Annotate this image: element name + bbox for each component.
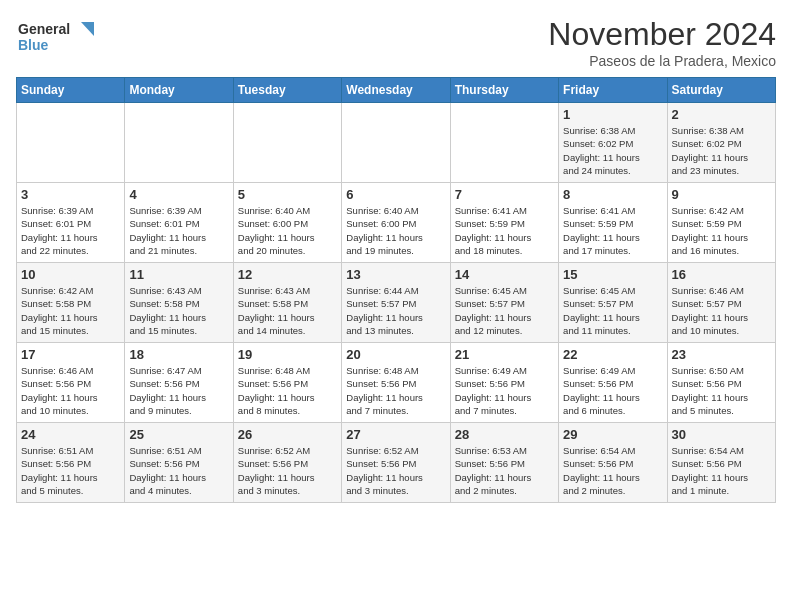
day-info: Sunrise: 6:49 AM Sunset: 5:56 PM Dayligh… [455, 364, 554, 417]
calendar-week-4: 17Sunrise: 6:46 AM Sunset: 5:56 PM Dayli… [17, 343, 776, 423]
calendar-cell: 19Sunrise: 6:48 AM Sunset: 5:56 PM Dayli… [233, 343, 341, 423]
calendar-cell: 10Sunrise: 6:42 AM Sunset: 5:58 PM Dayli… [17, 263, 125, 343]
day-info: Sunrise: 6:41 AM Sunset: 5:59 PM Dayligh… [455, 204, 554, 257]
day-info: Sunrise: 6:43 AM Sunset: 5:58 PM Dayligh… [238, 284, 337, 337]
calendar-cell [125, 103, 233, 183]
day-info: Sunrise: 6:49 AM Sunset: 5:56 PM Dayligh… [563, 364, 662, 417]
day-info: Sunrise: 6:51 AM Sunset: 5:56 PM Dayligh… [21, 444, 120, 497]
day-info: Sunrise: 6:52 AM Sunset: 5:56 PM Dayligh… [346, 444, 445, 497]
day-info: Sunrise: 6:40 AM Sunset: 6:00 PM Dayligh… [238, 204, 337, 257]
day-number: 15 [563, 267, 662, 282]
logo: General Blue [16, 16, 96, 60]
day-info: Sunrise: 6:53 AM Sunset: 5:56 PM Dayligh… [455, 444, 554, 497]
logo-svg: General Blue [16, 16, 96, 60]
calendar-cell [342, 103, 450, 183]
day-info: Sunrise: 6:47 AM Sunset: 5:56 PM Dayligh… [129, 364, 228, 417]
calendar-cell: 14Sunrise: 6:45 AM Sunset: 5:57 PM Dayli… [450, 263, 558, 343]
day-info: Sunrise: 6:42 AM Sunset: 5:58 PM Dayligh… [21, 284, 120, 337]
day-info: Sunrise: 6:42 AM Sunset: 5:59 PM Dayligh… [672, 204, 771, 257]
day-number: 14 [455, 267, 554, 282]
day-number: 16 [672, 267, 771, 282]
calendar-cell: 22Sunrise: 6:49 AM Sunset: 5:56 PM Dayli… [559, 343, 667, 423]
calendar-cell: 21Sunrise: 6:49 AM Sunset: 5:56 PM Dayli… [450, 343, 558, 423]
calendar-week-5: 24Sunrise: 6:51 AM Sunset: 5:56 PM Dayli… [17, 423, 776, 503]
calendar-week-2: 3Sunrise: 6:39 AM Sunset: 6:01 PM Daylig… [17, 183, 776, 263]
header-monday: Monday [125, 78, 233, 103]
calendar-table: SundayMondayTuesdayWednesdayThursdayFrid… [16, 77, 776, 503]
calendar-cell: 2Sunrise: 6:38 AM Sunset: 6:02 PM Daylig… [667, 103, 775, 183]
day-info: Sunrise: 6:45 AM Sunset: 5:57 PM Dayligh… [455, 284, 554, 337]
calendar-cell: 11Sunrise: 6:43 AM Sunset: 5:58 PM Dayli… [125, 263, 233, 343]
calendar-cell: 6Sunrise: 6:40 AM Sunset: 6:00 PM Daylig… [342, 183, 450, 263]
day-info: Sunrise: 6:40 AM Sunset: 6:00 PM Dayligh… [346, 204, 445, 257]
day-info: Sunrise: 6:54 AM Sunset: 5:56 PM Dayligh… [563, 444, 662, 497]
day-info: Sunrise: 6:46 AM Sunset: 5:56 PM Dayligh… [21, 364, 120, 417]
day-info: Sunrise: 6:54 AM Sunset: 5:56 PM Dayligh… [672, 444, 771, 497]
calendar-cell: 28Sunrise: 6:53 AM Sunset: 5:56 PM Dayli… [450, 423, 558, 503]
day-number: 5 [238, 187, 337, 202]
day-number: 20 [346, 347, 445, 362]
day-info: Sunrise: 6:39 AM Sunset: 6:01 PM Dayligh… [129, 204, 228, 257]
day-info: Sunrise: 6:38 AM Sunset: 6:02 PM Dayligh… [563, 124, 662, 177]
svg-text:General: General [18, 21, 70, 37]
header-tuesday: Tuesday [233, 78, 341, 103]
page-header: General Blue November 2024 Paseos de la … [16, 16, 776, 69]
day-number: 28 [455, 427, 554, 442]
day-number: 21 [455, 347, 554, 362]
day-number: 3 [21, 187, 120, 202]
header-wednesday: Wednesday [342, 78, 450, 103]
day-info: Sunrise: 6:45 AM Sunset: 5:57 PM Dayligh… [563, 284, 662, 337]
calendar-cell [450, 103, 558, 183]
day-info: Sunrise: 6:43 AM Sunset: 5:58 PM Dayligh… [129, 284, 228, 337]
calendar-cell: 16Sunrise: 6:46 AM Sunset: 5:57 PM Dayli… [667, 263, 775, 343]
day-number: 22 [563, 347, 662, 362]
calendar-week-1: 1Sunrise: 6:38 AM Sunset: 6:02 PM Daylig… [17, 103, 776, 183]
day-number: 23 [672, 347, 771, 362]
calendar-cell: 1Sunrise: 6:38 AM Sunset: 6:02 PM Daylig… [559, 103, 667, 183]
calendar-cell: 18Sunrise: 6:47 AM Sunset: 5:56 PM Dayli… [125, 343, 233, 423]
calendar-cell: 25Sunrise: 6:51 AM Sunset: 5:56 PM Dayli… [125, 423, 233, 503]
day-info: Sunrise: 6:52 AM Sunset: 5:56 PM Dayligh… [238, 444, 337, 497]
day-number: 26 [238, 427, 337, 442]
calendar-cell: 29Sunrise: 6:54 AM Sunset: 5:56 PM Dayli… [559, 423, 667, 503]
day-number: 24 [21, 427, 120, 442]
calendar-cell [233, 103, 341, 183]
calendar-cell: 20Sunrise: 6:48 AM Sunset: 5:56 PM Dayli… [342, 343, 450, 423]
day-number: 17 [21, 347, 120, 362]
calendar-cell: 8Sunrise: 6:41 AM Sunset: 5:59 PM Daylig… [559, 183, 667, 263]
day-number: 12 [238, 267, 337, 282]
day-number: 30 [672, 427, 771, 442]
header-saturday: Saturday [667, 78, 775, 103]
month-title: November 2024 [548, 16, 776, 53]
day-info: Sunrise: 6:38 AM Sunset: 6:02 PM Dayligh… [672, 124, 771, 177]
calendar-cell: 9Sunrise: 6:42 AM Sunset: 5:59 PM Daylig… [667, 183, 775, 263]
day-number: 9 [672, 187, 771, 202]
day-number: 11 [129, 267, 228, 282]
header-friday: Friday [559, 78, 667, 103]
day-number: 6 [346, 187, 445, 202]
calendar-cell: 5Sunrise: 6:40 AM Sunset: 6:00 PM Daylig… [233, 183, 341, 263]
day-info: Sunrise: 6:50 AM Sunset: 5:56 PM Dayligh… [672, 364, 771, 417]
day-info: Sunrise: 6:44 AM Sunset: 5:57 PM Dayligh… [346, 284, 445, 337]
calendar-cell: 24Sunrise: 6:51 AM Sunset: 5:56 PM Dayli… [17, 423, 125, 503]
day-number: 19 [238, 347, 337, 362]
calendar-cell: 23Sunrise: 6:50 AM Sunset: 5:56 PM Dayli… [667, 343, 775, 423]
day-info: Sunrise: 6:39 AM Sunset: 6:01 PM Dayligh… [21, 204, 120, 257]
day-number: 13 [346, 267, 445, 282]
calendar-header-row: SundayMondayTuesdayWednesdayThursdayFrid… [17, 78, 776, 103]
calendar-cell: 15Sunrise: 6:45 AM Sunset: 5:57 PM Dayli… [559, 263, 667, 343]
day-number: 4 [129, 187, 228, 202]
header-thursday: Thursday [450, 78, 558, 103]
calendar-cell: 4Sunrise: 6:39 AM Sunset: 6:01 PM Daylig… [125, 183, 233, 263]
day-info: Sunrise: 6:41 AM Sunset: 5:59 PM Dayligh… [563, 204, 662, 257]
svg-text:Blue: Blue [18, 37, 49, 53]
calendar-cell: 7Sunrise: 6:41 AM Sunset: 5:59 PM Daylig… [450, 183, 558, 263]
calendar-cell: 27Sunrise: 6:52 AM Sunset: 5:56 PM Dayli… [342, 423, 450, 503]
location: Paseos de la Pradera, Mexico [548, 53, 776, 69]
header-sunday: Sunday [17, 78, 125, 103]
day-number: 29 [563, 427, 662, 442]
title-block: November 2024 Paseos de la Pradera, Mexi… [548, 16, 776, 69]
calendar-cell: 30Sunrise: 6:54 AM Sunset: 5:56 PM Dayli… [667, 423, 775, 503]
calendar-week-3: 10Sunrise: 6:42 AM Sunset: 5:58 PM Dayli… [17, 263, 776, 343]
day-number: 7 [455, 187, 554, 202]
